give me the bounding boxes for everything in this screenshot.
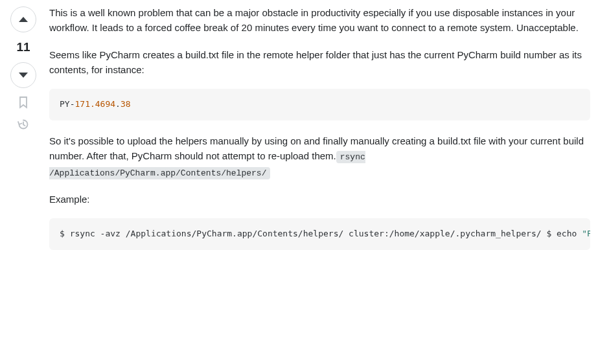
- paragraph: Seems like PyCharm creates a build.txt f…: [49, 47, 590, 78]
- code-content: PY-171.4694.38: [60, 99, 131, 109]
- upvote-button[interactable]: [10, 6, 36, 32]
- code-content: $ rsync -avz /Applications/PyCharm.app/C…: [60, 229, 590, 238]
- bookmark-icon: [18, 96, 29, 109]
- paragraph: This is a well known problem that can be…: [49, 5, 590, 36]
- code-block[interactable]: $ rsync -avz /Applications/PyCharm.app/C…: [49, 218, 590, 250]
- paragraph: So it's possible to upload the helpers m…: [49, 133, 590, 180]
- history-button[interactable]: [16, 117, 31, 132]
- caret-down-icon: [18, 72, 29, 78]
- code-block[interactable]: PY-171.4694.38: [49, 89, 590, 120]
- vote-count: 11: [16, 40, 30, 54]
- paragraph-text: So it's possible to upload the helpers m…: [49, 135, 584, 161]
- answer-body: This is a well known problem that can be…: [49, 5, 590, 263]
- caret-up-icon: [18, 16, 29, 23]
- bookmark-button[interactable]: [16, 95, 31, 110]
- vote-cell: 11: [8, 5, 39, 263]
- history-icon: [17, 118, 30, 131]
- downvote-button[interactable]: [10, 62, 36, 88]
- paragraph: Example:: [49, 192, 590, 207]
- answer-layout: 11 This is a well known problem that can…: [0, 0, 598, 268]
